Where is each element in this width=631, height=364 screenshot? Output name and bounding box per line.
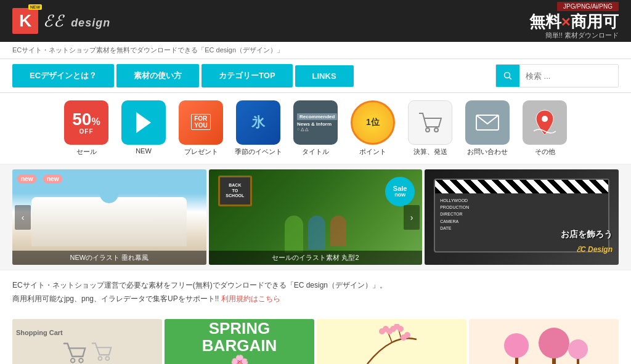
thumbnail-sakura[interactable]: [317, 319, 466, 364]
svg-point-24: [568, 339, 588, 359]
slide-item-3[interactable]: HOLLYWOOD PRODUCTION DIRECTOR CAMERA DAT…: [425, 169, 619, 265]
cat-label-title: タイトル: [302, 147, 329, 156]
nav-btn-about[interactable]: ECデザインとは？: [12, 64, 114, 87]
search-icon: [503, 71, 512, 80]
header-subtitle: 簡単!! 素材ダウンロード: [545, 31, 619, 40]
cat-label-payment: 決算、発送: [413, 147, 447, 156]
svg-point-20: [504, 333, 529, 358]
thumbnail-trees[interactable]: [469, 319, 619, 364]
svg-point-22: [539, 328, 569, 358]
cat-label-new: NEW: [136, 147, 152, 155]
thumb-shopping-cart-label: Shopping Cart: [12, 326, 67, 339]
category-season[interactable]: 氷 季節のイベント: [232, 100, 285, 156]
header-headline: 無料×商用可: [529, 13, 619, 31]
headline-commercial: 商用可: [571, 12, 619, 31]
category-other[interactable]: その他: [519, 100, 571, 156]
svg-point-10: [105, 357, 109, 360]
logo-area: NEW K ℰℰ design: [12, 8, 110, 34]
description-line1: ECサイト・ネットショップ運営で必要な素材をフリー(無料)でダウンロードできる「…: [12, 279, 619, 293]
cart-icon-large-2: [91, 341, 112, 362]
svg-point-15: [390, 326, 396, 332]
slide-item-2[interactable]: BACKTOSCHOOL Sale now › セールのイラスト素材 丸型2: [209, 169, 422, 265]
nav-btn-category[interactable]: カテゴリーTOP: [202, 64, 293, 87]
sale-badge: Sale now: [385, 177, 415, 206]
slide-item-1[interactable]: new new NEWのイラスト 垂れ幕風: [12, 169, 206, 265]
slide-prev-button[interactable]: ‹: [15, 205, 31, 230]
slide-caption-1: NEWのイラスト 垂れ幕風: [12, 251, 206, 265]
svg-point-16: [397, 326, 404, 332]
trees-svg: [498, 321, 590, 364]
description-line2: 商用利用可能なjpg、png、イラレデータで集客UPをサポート!! 利用規約はこ…: [12, 293, 619, 306]
thumbnail-cart[interactable]: Shopping Cart: [12, 319, 162, 364]
svg-point-6: [542, 116, 548, 122]
cat-label-point: ポイント: [359, 147, 386, 156]
thumbnails-section: Shopping Cart SPRING BARGAIN 🌸: [0, 314, 631, 364]
nav-btn-usage[interactable]: 素材の使い方: [116, 64, 199, 87]
category-point[interactable]: 1位 ポイント: [347, 100, 399, 156]
thumbnail-spring[interactable]: SPRING BARGAIN 🌸: [165, 319, 314, 364]
svg-point-7: [70, 358, 75, 363]
format-badge: JPG/PNG/Ai/PNG: [557, 2, 619, 11]
svg-point-4: [434, 128, 438, 132]
svg-line-1: [510, 78, 512, 80]
category-new[interactable]: NEW: [118, 100, 170, 156]
description-section: ECサイト・ネットショップ運営で必要な素材をフリー(無料)でダウンロードできる「…: [0, 270, 631, 314]
category-bar: 50% OFF セール NEW FORYOU プレゼント 氷 季節のイベント R…: [0, 93, 631, 164]
cart-icon: [418, 112, 442, 133]
logo-new-badge: NEW: [28, 4, 42, 10]
slide-caption-2: セールのイラスト素材 丸型2: [209, 251, 422, 265]
search-input[interactable]: [519, 65, 618, 87]
svg-marker-2: [136, 112, 151, 133]
map-icon: [534, 109, 556, 136]
headline-cross: ×: [561, 12, 571, 31]
headline-free: 無料: [529, 12, 561, 31]
category-contact[interactable]: お問い合わせ: [462, 100, 514, 156]
category-title[interactable]: Recommended News & Inform ○ △ △ タイトル: [290, 100, 342, 156]
category-payment[interactable]: 決算、発送: [404, 100, 457, 156]
slideshow: ‹ new new NEWのイラスト 垂れ幕風 BACKTOSCHOOL: [0, 164, 631, 270]
slide-next-button[interactable]: ›: [404, 205, 420, 230]
cat-label-contact: お問い合わせ: [467, 147, 508, 156]
nav-btn-links[interactable]: LINKS: [295, 65, 354, 87]
search-button[interactable]: [496, 65, 519, 87]
header-right: JPG/PNG/Ai/PNG 無料×商用可 簡単!! 素材ダウンロード: [529, 2, 619, 40]
search-area: [495, 64, 619, 87]
svg-point-0: [505, 73, 510, 78]
cart-icon-large-1: [63, 341, 86, 364]
new-tag-2: new: [43, 174, 62, 184]
logo-text: ℰℰ design: [43, 12, 110, 31]
cat-label-present: プレゼント: [184, 147, 218, 156]
svg-point-12: [379, 328, 385, 334]
breadcrumb: ECサイト・ネットショップ素材を無料でダウンロードできる「EC design（デ…: [0, 42, 631, 59]
svg-point-8: [79, 358, 83, 363]
news-label-item: News & Inform: [297, 121, 332, 127]
svg-point-3: [426, 128, 429, 132]
svg-point-9: [98, 357, 102, 360]
svg-point-18: [401, 334, 407, 341]
play-icon: [134, 111, 153, 134]
envelope-icon: [475, 114, 500, 131]
navbar: ECデザインとは？ 素材の使い方 カテゴリーTOP LINKS: [0, 59, 631, 93]
terms-link[interactable]: 利用規約はこちら: [221, 294, 280, 303]
cat-label-other: その他: [535, 147, 555, 156]
new-tag-1: new: [17, 174, 36, 184]
cat-label-season: 季節のイベント: [235, 147, 282, 156]
cart-icons: [63, 341, 112, 364]
category-present[interactable]: FORYOU プレゼント: [175, 100, 227, 156]
logo-k: NEW K: [12, 8, 38, 34]
site-header: NEW K ℰℰ design JPG/PNG/Ai/PNG 無料×商用可 簡単…: [0, 0, 631, 42]
sakura-svg: [355, 324, 429, 364]
category-sale[interactable]: 50% OFF セール: [60, 100, 113, 156]
cat-label-sale: セール: [76, 147, 97, 156]
